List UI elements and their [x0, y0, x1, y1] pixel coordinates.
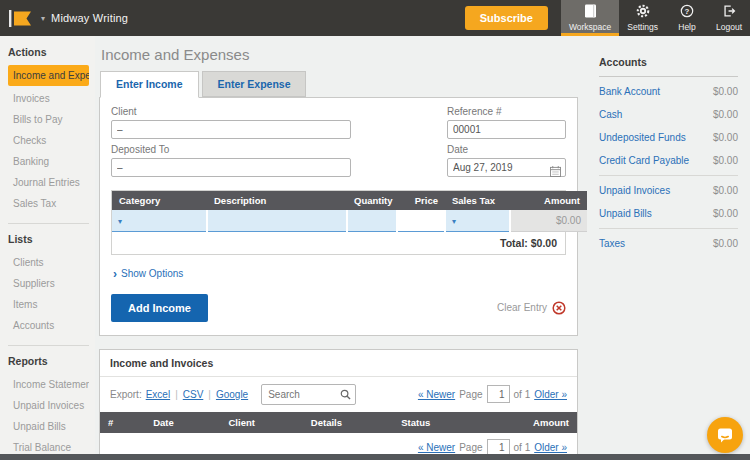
speech-bubble-icon [715, 425, 735, 445]
column-header-sales-tax: Sales Tax [445, 191, 510, 210]
sidebar-item-clients[interactable]: Clients [8, 252, 89, 273]
description-input-cell[interactable] [207, 210, 347, 231]
newer-link[interactable]: « Newer [418, 442, 455, 453]
export-csv-link[interactable]: CSV [183, 389, 204, 400]
export-label: Export: [110, 389, 142, 400]
account-link-unpaid-invoices[interactable]: Unpaid Invoices [599, 185, 670, 196]
line-items-header-row: Category Description Quantity Price Sale… [112, 191, 587, 210]
history-toolbar: Export: Excel | CSV | Google « Newer Pag… [100, 377, 577, 412]
page-label: Page [459, 389, 482, 400]
logout-label: Logout [716, 22, 742, 32]
account-link-taxes[interactable]: Taxes [599, 238, 625, 249]
accounts-group-taxes: Taxes $0.00 [599, 228, 738, 258]
account-link-credit-card-payable[interactable]: Credit Card Payable [599, 155, 689, 166]
deposited-to-input[interactable] [111, 158, 351, 177]
account-row: Cash $0.00 [599, 103, 738, 126]
account-balance: $0.00 [713, 109, 738, 120]
sidebar-item-suppliers[interactable]: Suppliers [8, 273, 89, 294]
sidebar-section-actions: Actions Income and Expenses Invoices Bil… [8, 46, 89, 214]
circle-x-icon [552, 301, 566, 315]
add-income-button[interactable]: Add Income [111, 294, 208, 322]
sidebar-item-trial-balance[interactable]: Trial Balance [8, 437, 89, 454]
pagination-top: « Newer Page of 1 Older » [418, 385, 567, 403]
sales-tax-select-cell[interactable]: ▾ [445, 210, 510, 231]
search-box [261, 384, 356, 405]
account-link-undeposited-funds[interactable]: Undeposited Funds [599, 132, 686, 143]
left-sidebar: Actions Income and Expenses Invoices Bil… [0, 36, 95, 454]
settings-nav-item[interactable]: Settings [619, 0, 666, 36]
export-excel-link[interactable]: Excel [146, 389, 170, 400]
account-row: Taxes $0.00 [599, 232, 738, 255]
sidebar-section-reports: Reports Income Statement Unpaid Invoices… [8, 345, 89, 454]
account-balance: $0.00 [713, 132, 738, 143]
sidebar-item-invoices[interactable]: Invoices [8, 88, 89, 109]
accounts-title: Accounts [599, 56, 738, 77]
sidebar-section-title: Reports [8, 355, 89, 367]
search-icon[interactable] [340, 389, 351, 400]
help-icon: ? [680, 4, 694, 20]
show-options-toggle[interactable]: › Show Options [113, 267, 566, 281]
clear-entry-button[interactable]: Clear Entry [497, 301, 566, 315]
logout-nav-item[interactable]: Logout [708, 0, 750, 36]
client-input[interactable] [111, 120, 351, 139]
reference-input[interactable] [447, 120, 566, 139]
date-field: Date [447, 144, 566, 177]
kashoo-logo-icon[interactable] [9, 10, 32, 27]
line-items-table: Category Description Quantity Price Sale… [111, 190, 566, 255]
history-table: # Date Client Details Status Amount [100, 412, 577, 433]
older-link[interactable]: Older » [534, 389, 567, 400]
older-link[interactable]: Older » [534, 442, 567, 453]
date-input[interactable] [447, 158, 566, 177]
sidebar-section-lists: Lists Clients Suppliers Items Accounts [8, 223, 89, 336]
sidebar-item-unpaid-bills[interactable]: Unpaid Bills [8, 416, 89, 437]
client-field: Client [111, 106, 351, 139]
price-input-cell[interactable] [397, 210, 445, 231]
subscribe-button[interactable]: Subscribe [465, 6, 548, 30]
category-select-cell[interactable]: ▾ [112, 210, 207, 231]
sidebar-section-title: Actions [8, 46, 89, 58]
export-google-link[interactable]: Google [216, 389, 248, 400]
tab-enter-expense[interactable]: Enter Expense [202, 71, 307, 97]
account-balance: $0.00 [713, 208, 738, 219]
account-link-unpaid-bills[interactable]: Unpaid Bills [599, 208, 652, 219]
chevron-right-icon: › [113, 267, 117, 281]
reference-field: Reference # [447, 106, 566, 139]
main-content: Income and Expenses Enter Income Enter E… [95, 36, 585, 454]
sidebar-item-journal-entries[interactable]: Journal Entries [8, 172, 89, 193]
workspace-nav-item[interactable]: Workspace [561, 0, 619, 36]
account-link-bank-account[interactable]: Bank Account [599, 86, 660, 97]
accounts-group-unpaid: Unpaid Invoices $0.00 Unpaid Bills $0.00 [599, 175, 738, 228]
page-number-input[interactable] [487, 385, 510, 403]
help-nav-item[interactable]: ? Help [666, 0, 708, 36]
form-actions-row: Add Income Clear Entry [111, 294, 566, 322]
show-options-label: Show Options [121, 268, 183, 279]
quantity-input-cell[interactable] [347, 210, 397, 231]
company-switcher-caret-icon[interactable]: ▾ [41, 14, 45, 23]
sidebar-item-income-statement[interactable]: Income Statement [8, 374, 89, 395]
column-header-quantity: Quantity [347, 191, 397, 210]
account-balance: $0.00 [713, 155, 738, 166]
of-label: of 1 [514, 442, 531, 453]
tab-enter-income[interactable]: Enter Income [100, 71, 199, 98]
company-name: Midway Writing [51, 12, 128, 24]
sidebar-item-accounts[interactable]: Accounts [8, 315, 89, 336]
account-balance: $0.00 [713, 185, 738, 196]
sidebar-item-sales-tax[interactable]: Sales Tax [8, 193, 89, 214]
newer-link[interactable]: « Newer [418, 389, 455, 400]
workspace-label: Workspace [569, 22, 611, 32]
chat-widget-button[interactable] [707, 417, 743, 453]
account-link-cash[interactable]: Cash [599, 109, 622, 120]
sidebar-item-income-and-expenses[interactable]: Income and Expenses [8, 65, 89, 86]
amount-cell: $0.00 [510, 210, 587, 231]
sidebar-item-checks[interactable]: Checks [8, 130, 89, 151]
account-row: Unpaid Invoices $0.00 [599, 179, 738, 202]
column-header-details: Details [303, 412, 393, 433]
sidebar-item-banking[interactable]: Banking [8, 151, 89, 172]
deposited-to-label: Deposited To [111, 144, 351, 155]
sidebar-section-title: Lists [8, 233, 89, 245]
sidebar-item-unpaid-invoices[interactable]: Unpaid Invoices [8, 395, 89, 416]
sidebar-item-bills-to-pay[interactable]: Bills to Pay [8, 109, 89, 130]
calendar-icon[interactable] [550, 166, 561, 177]
column-header-status: Status [393, 412, 506, 433]
sidebar-item-items[interactable]: Items [8, 294, 89, 315]
